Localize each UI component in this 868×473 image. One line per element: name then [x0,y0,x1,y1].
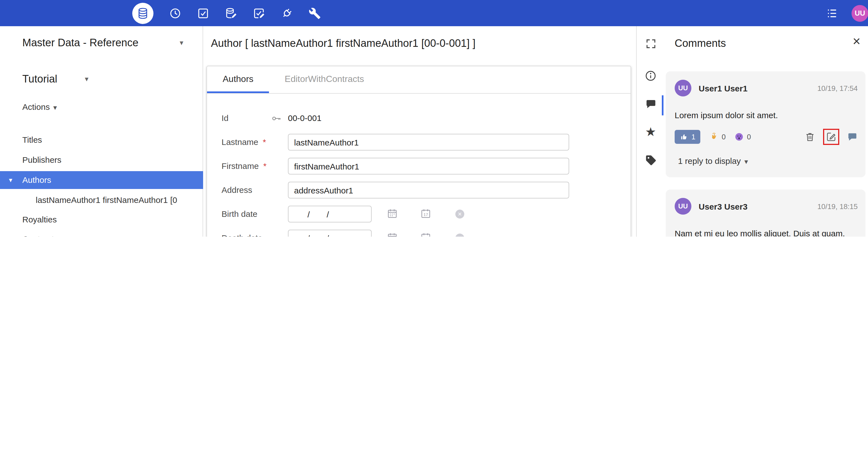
field-row-address: Address [207,182,630,198]
close-panel-icon[interactable]: × [852,35,861,48]
tag-icon[interactable] [644,153,657,167]
clap-count: 0 [721,133,725,141]
wow-count: 0 [747,133,751,141]
required-asterisk: * [263,137,266,146]
show-replies-toggle[interactable]: 1 reply to display ▼ [678,156,749,166]
expand-panel-icon[interactable] [644,37,657,50]
tasks-check-icon[interactable] [197,7,209,19]
sidebar-item-titles[interactable]: Titles [0,131,203,149]
death-date-label: Death date [221,233,262,237]
field-row-firstname: Firstname* [207,158,630,174]
lastname-field[interactable] [288,134,569,150]
calendar-today-icon[interactable]: 17 [420,232,431,237]
sidebar-item-royalties[interactable]: Royalties [0,211,203,229]
comment-timestamp: 10/19, 17:54 [817,84,858,92]
comments-tab-icon[interactable] [644,97,657,110]
history-clock-icon[interactable] [169,7,181,19]
clear-date-icon[interactable]: × [455,210,464,218]
record-card: Authors EditorWithContracts Id 00-0-001 … [207,66,631,237]
annotation-highlight-box [823,129,839,145]
comment-text: Nam et mi eu leo mollis aliquet. Duis at… [675,228,857,237]
comment-reactions: 1 0 0 [675,129,858,145]
comment-item: UU User3 User3 10/19, 18:15 Nam et mi eu… [666,190,866,237]
calendar-icon[interactable] [387,208,398,219]
active-tab-indicator [662,95,663,115]
database-icon[interactable] [132,2,153,24]
comment-author: User1 User1 [699,83,747,93]
star-icon[interactable]: ★ [644,126,657,139]
caret-down-icon: ▼ [743,158,749,165]
database-edit-icon[interactable] [225,7,237,19]
comments-panel: ★ Comments × UU User1 User1 10/19, 17:54… [636,26,868,237]
svg-text:17: 17 [424,212,428,217]
comment-timestamp: 10/19, 18:15 [817,202,858,210]
sidebar-item-contracts[interactable]: Contracts [0,230,203,237]
field-row-death-date: Death date 17 × [207,230,630,237]
id-label: Id [221,113,228,123]
app-title-caret-icon[interactable]: ▾ [180,38,183,47]
sidebar-item-publishers[interactable]: Publishers [0,151,203,169]
top-bar: UU [0,0,868,26]
sidebar-actions-dropdown[interactable]: Actions▼ [22,102,58,111]
workspace-caret-icon[interactable]: ▾ [85,75,88,83]
required-asterisk: * [263,161,267,171]
comment-author: User3 User3 [699,202,747,211]
page-title: Author [ lastNameAuthor1 firstNameAuthor… [211,37,475,49]
plug-icon[interactable] [281,7,293,19]
tab-bar: Authors EditorWithContracts [207,66,630,94]
clap-button[interactable]: 0 [709,132,725,142]
field-row-birth-date: Birth date 17 × [207,206,630,223]
delete-comment-icon[interactable] [805,132,815,142]
firstname-label: Firstname* [221,161,267,171]
wow-button[interactable]: 0 [735,132,751,142]
wrench-icon[interactable] [309,7,321,19]
tree-expand-caret-icon[interactable]: ▾ [9,171,12,189]
like-button[interactable]: 1 [675,130,700,144]
death-date-field[interactable] [288,230,372,237]
key-icon [271,113,282,124]
comment-item: UU User1 User1 10/19, 17:54 Lorem ipsum … [666,71,866,177]
sidebar: Master Data - Reference ▾ Tutorial ▾ Act… [0,26,203,237]
clear-date-icon[interactable]: × [455,234,464,237]
like-count: 1 [691,133,695,141]
address-label: Address [221,185,252,195]
workspace-title[interactable]: Tutorial [22,73,57,85]
lastname-label: Lastname* [221,137,266,146]
calendar-icon[interactable] [387,232,398,237]
app-title: Master Data - Reference [22,37,138,49]
info-icon[interactable] [644,69,657,82]
comments-title: Comments [675,37,726,49]
sidebar-item-author-record[interactable]: lastNameAuthor1 firstNameAuthor1 [0 [0,191,203,209]
field-row-id: Id 00-0-001 [207,110,630,127]
edit-comment-icon[interactable] [826,132,836,142]
id-value: 00-0-001 [288,113,321,123]
firstname-field[interactable] [288,158,569,174]
user-avatar[interactable]: UU [851,5,868,22]
tasks-edit-icon[interactable] [253,7,265,19]
tab-editorwithcontracts[interactable]: EditorWithContracts [269,66,380,93]
field-row-lastname: Lastname* [207,134,630,150]
sidebar-item-authors[interactable]: ▾Authors [0,171,203,189]
comment-text: Lorem ipsum dolor sit amet. [675,109,857,122]
main-content: Author [ lastNameAuthor1 firstNameAuthor… [203,26,636,237]
address-field[interactable] [288,182,569,198]
calendar-today-icon[interactable]: 17 [420,208,431,219]
birth-date-field[interactable] [288,206,372,223]
birth-date-label: Birth date [221,209,257,218]
avatar: UU [675,198,691,215]
tab-authors[interactable]: Authors [207,66,269,93]
actions-caret-icon: ▼ [52,104,58,111]
svg-text:17: 17 [424,236,428,237]
reply-comment-icon[interactable] [847,132,858,142]
list-icon[interactable] [826,7,838,19]
app-window: UU Master Data - Reference ▾ Tutorial ▾ … [0,0,868,237]
avatar: UU [675,80,691,96]
